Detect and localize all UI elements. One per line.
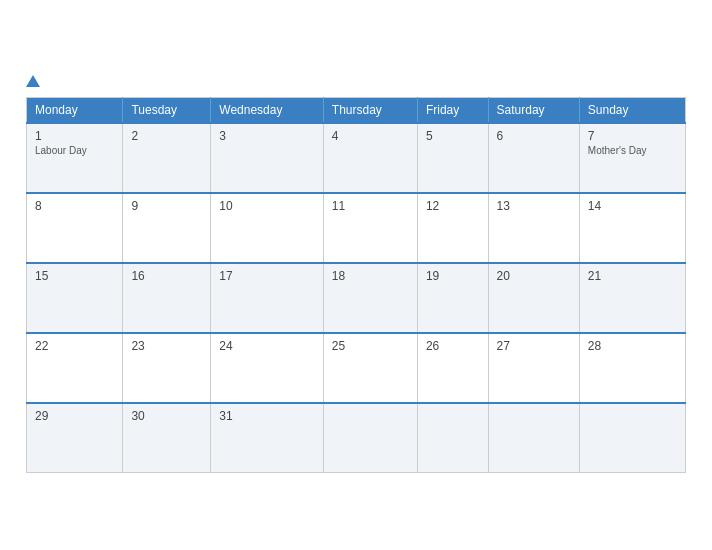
day-number: 24: [219, 339, 315, 353]
day-number: 28: [588, 339, 677, 353]
calendar-cell: [323, 403, 417, 473]
calendar-cell: 12: [417, 193, 488, 263]
day-number: 21: [588, 269, 677, 283]
calendar-cell: 24: [211, 333, 324, 403]
calendar-week-row: 1Labour Day234567Mother's Day: [27, 123, 686, 193]
day-number: 31: [219, 409, 315, 423]
calendar-cell: 28: [579, 333, 685, 403]
day-number: 10: [219, 199, 315, 213]
calendar-week-row: 293031: [27, 403, 686, 473]
calendar-cell: 3: [211, 123, 324, 193]
day-number: 23: [131, 339, 202, 353]
calendar-cell: 19: [417, 263, 488, 333]
col-header-wednesday: Wednesday: [211, 97, 324, 123]
day-number: 16: [131, 269, 202, 283]
calendar-week-row: 15161718192021: [27, 263, 686, 333]
calendar-cell: 22: [27, 333, 123, 403]
day-number: 26: [426, 339, 480, 353]
day-number: 6: [497, 129, 571, 143]
calendar-cell: 20: [488, 263, 579, 333]
calendar-table: MondayTuesdayWednesdayThursdayFridaySatu…: [26, 97, 686, 474]
calendar-cell: 27: [488, 333, 579, 403]
calendar-cell: 26: [417, 333, 488, 403]
calendar-cell: 11: [323, 193, 417, 263]
col-header-sunday: Sunday: [579, 97, 685, 123]
calendar-cell: 6: [488, 123, 579, 193]
calendar-cell: 4: [323, 123, 417, 193]
calendar-cell: 15: [27, 263, 123, 333]
day-number: 3: [219, 129, 315, 143]
logo-triangle-icon: [26, 75, 40, 87]
day-number: 25: [332, 339, 409, 353]
holiday-label: Mother's Day: [588, 145, 677, 156]
calendar-cell: [579, 403, 685, 473]
day-number: 9: [131, 199, 202, 213]
calendar-week-row: 891011121314: [27, 193, 686, 263]
col-header-tuesday: Tuesday: [123, 97, 211, 123]
day-number: 4: [332, 129, 409, 143]
calendar-cell: 16: [123, 263, 211, 333]
col-header-friday: Friday: [417, 97, 488, 123]
day-number: 22: [35, 339, 114, 353]
calendar-cell: 25: [323, 333, 417, 403]
col-header-thursday: Thursday: [323, 97, 417, 123]
calendar-cell: [488, 403, 579, 473]
holiday-label: Labour Day: [35, 145, 114, 156]
day-number: 15: [35, 269, 114, 283]
logo: [26, 75, 42, 87]
day-number: 18: [332, 269, 409, 283]
day-number: 13: [497, 199, 571, 213]
day-number: 7: [588, 129, 677, 143]
day-number: 30: [131, 409, 202, 423]
calendar-cell: 2: [123, 123, 211, 193]
calendar-cell: 18: [323, 263, 417, 333]
day-number: 27: [497, 339, 571, 353]
logo-blue-text: [26, 75, 42, 87]
calendar-cell: 1Labour Day: [27, 123, 123, 193]
calendar-cell: 14: [579, 193, 685, 263]
calendar-cell: 13: [488, 193, 579, 263]
calendar-cell: 9: [123, 193, 211, 263]
calendar-cell: 31: [211, 403, 324, 473]
calendar-cell: 23: [123, 333, 211, 403]
day-number: 2: [131, 129, 202, 143]
calendar-cell: 29: [27, 403, 123, 473]
col-header-saturday: Saturday: [488, 97, 579, 123]
calendar-header: [26, 75, 686, 87]
calendar-page: MondayTuesdayWednesdayThursdayFridaySatu…: [6, 57, 706, 494]
col-header-monday: Monday: [27, 97, 123, 123]
day-number: 1: [35, 129, 114, 143]
calendar-cell: 21: [579, 263, 685, 333]
day-number: 17: [219, 269, 315, 283]
calendar-cell: [417, 403, 488, 473]
calendar-week-row: 22232425262728: [27, 333, 686, 403]
calendar-cell: 30: [123, 403, 211, 473]
calendar-header-row: MondayTuesdayWednesdayThursdayFridaySatu…: [27, 97, 686, 123]
calendar-cell: 5: [417, 123, 488, 193]
calendar-cell: 8: [27, 193, 123, 263]
calendar-cell: 7Mother's Day: [579, 123, 685, 193]
day-number: 14: [588, 199, 677, 213]
day-number: 20: [497, 269, 571, 283]
day-number: 8: [35, 199, 114, 213]
day-number: 11: [332, 199, 409, 213]
calendar-cell: 17: [211, 263, 324, 333]
day-number: 29: [35, 409, 114, 423]
day-number: 5: [426, 129, 480, 143]
calendar-cell: 10: [211, 193, 324, 263]
day-number: 12: [426, 199, 480, 213]
day-number: 19: [426, 269, 480, 283]
